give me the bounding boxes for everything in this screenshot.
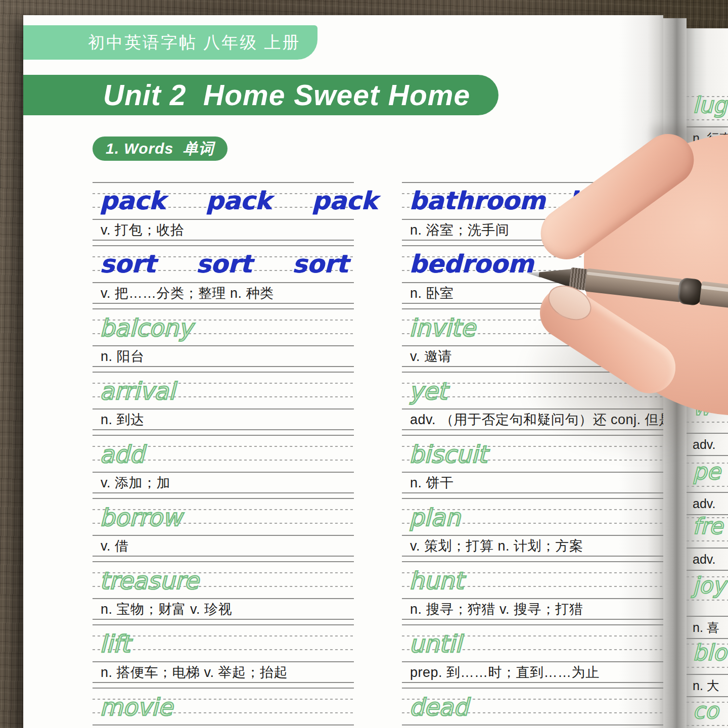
- trace-word: borrow: [100, 506, 182, 529]
- next-page-trace-word: joy: [687, 571, 728, 604]
- next-page-trace-word: lug: [687, 91, 728, 123]
- four-line-writing-guide: sortsortsort: [93, 245, 354, 283]
- next-page-trace-word: blo: [687, 639, 728, 671]
- handwritten-word: sort: [196, 252, 251, 277]
- vocab-entry: balconyn. 阳台: [93, 308, 354, 367]
- trace-word: yet: [409, 379, 447, 403]
- trace-word: invite: [409, 316, 475, 340]
- next-page-definition: n. 喜: [687, 616, 728, 639]
- four-line-writing-guide: add: [93, 435, 354, 473]
- word-definition: n. 搭便车；电梯 v. 举起；抬起: [93, 662, 354, 683]
- trace-word: movie: [100, 695, 172, 719]
- four-line-writing-guide: borrow: [93, 498, 354, 536]
- word-definition: n. 宝物；财富 v. 珍视: [93, 599, 354, 620]
- handwritten-word: pack: [100, 189, 165, 213]
- word-definition: v. 打包；收拾: [93, 220, 354, 241]
- handwritten-word: bathroom: [409, 189, 545, 213]
- trace-word: hunt: [409, 569, 464, 593]
- vocab-entry: huntn. 搜寻；狩猎 v. 搜寻；打猎: [402, 561, 667, 620]
- section-pill-label: 1. Words 单词: [106, 139, 214, 159]
- vocab-entry: addv. 添加；加: [93, 435, 354, 493]
- trace-word: until: [409, 632, 462, 656]
- vocab-entry: packpackpackv. 打包；收拾: [93, 182, 354, 241]
- four-line-writing-guide: hunt: [402, 561, 667, 599]
- unit-title: Unit 2 Home Sweet Home: [103, 78, 470, 112]
- trace-word: biscuit: [409, 442, 487, 466]
- section-pill: 1. Words 单词: [93, 136, 228, 161]
- word-definition: v. 添加；加: [93, 473, 354, 493]
- four-line-writing-guide: plan: [402, 498, 667, 536]
- series-badge: 初中英语字帖 八年级 上册: [23, 25, 317, 60]
- four-line-writing-guide: packpackpack: [93, 182, 354, 220]
- trace-word: treasure: [100, 569, 199, 593]
- handwritten-word: pack: [312, 189, 378, 213]
- next-page-trace-word: pe: [687, 458, 728, 490]
- vocab-entry: borrowv. 借: [93, 498, 354, 557]
- vocab-entry: movie: [93, 688, 354, 728]
- vocab-entry: treasuren. 宝物；财富 v. 珍视: [93, 561, 354, 620]
- word-definition: prep. 到……时；直到……为止: [402, 662, 667, 683]
- vocab-entry: sortsortsortv. 把……分类；整理 n. 种类: [93, 245, 354, 304]
- vocab-entry: liftn. 搭便车；电梯 v. 举起；抬起: [93, 624, 354, 683]
- four-line-writing-guide: lift: [93, 624, 354, 662]
- word-definition: n. 到达: [93, 410, 354, 430]
- series-badge-label: 初中英语字帖 八年级 上册: [88, 31, 300, 54]
- next-page-definition: adv.: [687, 548, 728, 571]
- words-column-left: packpackpackv. 打包；收拾sortsortsortv. 把……分类…: [93, 182, 354, 728]
- trace-word: arrival: [100, 379, 175, 403]
- four-line-writing-guide: arrival: [93, 372, 354, 410]
- vocab-entry: untilprep. 到……时；直到……为止: [402, 624, 667, 683]
- trace-word: plan: [409, 506, 460, 529]
- pen-grip-cone: [538, 265, 572, 287]
- next-page-trace-word: co: [687, 697, 728, 728]
- word-definition: v. 把……分类；整理 n. 种类: [93, 283, 354, 304]
- word-definition: v. 借: [93, 536, 354, 557]
- next-page-trace-word: fre: [687, 512, 728, 544]
- word-definition: [402, 725, 667, 728]
- word-definition: v. 策划；打算 n. 计划；方案: [402, 536, 667, 557]
- handwritten-word: bedroom: [409, 252, 533, 277]
- word-definition: n. 饼干: [402, 473, 667, 493]
- four-line-writing-guide: treasure: [93, 561, 354, 599]
- word-definition: n. 阳台: [93, 346, 354, 367]
- unit-title-bar: Unit 2 Home Sweet Home: [23, 75, 498, 115]
- word-definition: [93, 725, 354, 728]
- trace-word: balcony: [100, 316, 193, 340]
- word-definition: n. 搜寻；狩猎 v. 搜寻；打猎: [402, 599, 667, 620]
- four-line-writing-guide: dead: [402, 688, 667, 725]
- next-page-definition: n. 大: [687, 674, 728, 697]
- handwritten-word: sort: [292, 252, 348, 277]
- vocab-entry: dead: [402, 688, 667, 728]
- four-line-writing-guide: until: [402, 624, 667, 662]
- vocab-entry: planv. 策划；打算 n. 计划；方案: [402, 498, 667, 557]
- four-line-writing-guide: balcony: [93, 308, 354, 346]
- vocab-entry: arrivaln. 到达: [93, 372, 354, 430]
- four-line-writing-guide: movie: [93, 688, 354, 725]
- trace-word: lift: [100, 632, 130, 656]
- trace-word: add: [100, 442, 144, 466]
- trace-word: dead: [409, 695, 468, 719]
- wood-desk-background: { "page": { "badge": "初中英语字帖 八年级 上册", "u…: [0, 0, 728, 728]
- handwritten-word: pack: [206, 189, 271, 213]
- handwritten-word: sort: [100, 252, 155, 277]
